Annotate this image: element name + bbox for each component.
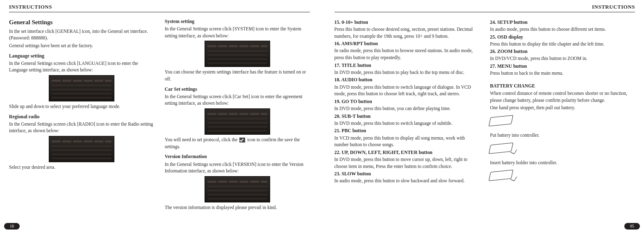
running-head-right: INSTRUCTIONS [335, 3, 635, 11]
btn-27-text: Press button to back to the main menu. [490, 70, 635, 77]
btn-21-heading: 21. PBC button [335, 127, 480, 134]
btn-20-text: In DVD mode, press this button to switch… [335, 120, 480, 127]
version-info-heading: Version Information [165, 153, 310, 160]
system-setting-after: You can choose the system settings inter… [165, 69, 310, 82]
battery-diagram-pullout [490, 114, 523, 129]
btn-26-heading: 26. ZOOM button [490, 48, 635, 55]
general-settings-title: General Settings [9, 18, 154, 27]
system-screenshot [205, 41, 270, 67]
car-set-screenshot [205, 108, 270, 135]
right-col-2: 24. SETUP button In audio mode, press th… [490, 18, 635, 187]
battery-change-text-1: When control distance of remote control … [490, 90, 635, 103]
btn-16-heading: 16. AMS/RPT button [335, 40, 480, 47]
system-setting-heading: System setting [165, 18, 310, 25]
language-setting-heading: Language setting [9, 53, 154, 60]
confirm-check-icon [239, 138, 245, 142]
running-head-left: INSTRUCTIONS [9, 3, 310, 11]
btn-22-heading: 22. UP, DOWN, LEFT, RIGHT, ENTER button [335, 149, 480, 156]
right-col-1: 15. 0-10+ button Press this button to ch… [335, 18, 480, 187]
btn-15-heading: 15. 0-10+ button [335, 19, 480, 26]
battery-change-text-4: Insert battery holder into controller. [490, 159, 635, 166]
car-set-after: You will need to set protocol, click the… [165, 136, 310, 150]
left-columns: General Settings In the set interface cl… [9, 18, 310, 212]
btn-23-heading: 23. SLOW button [335, 170, 480, 177]
battery-change-heading: BATTERY CHANGE [490, 83, 635, 90]
regional-radio-heading: Regional radio [9, 113, 154, 120]
rule-right [335, 12, 635, 12]
right-page: INSTRUCTIONS 15. 0-10+ button Press this… [322, 0, 644, 232]
language-screenshot [49, 75, 114, 101]
btn-17-text: In DVD mode, press this button to play b… [335, 69, 480, 76]
btn-24-text: In audio mode, press this button to choo… [490, 26, 635, 33]
btn-19-heading: 19. GO TO button [335, 98, 480, 105]
btn-17-heading: 17. TITLE button [335, 62, 480, 69]
page-number-left: 16 [4, 223, 20, 230]
btn-22-text: In DVD mode, press this button to move c… [335, 156, 480, 170]
regional-radio-after: Select your desired area. [9, 164, 154, 171]
left-col-1: General Settings In the set interface cl… [9, 18, 154, 212]
btn-25-heading: 25. OSD display [490, 34, 635, 41]
battery-diagram-insert [490, 168, 523, 183]
regional-radio-text: In the General Settings screen click [RA… [9, 121, 154, 134]
language-setting-after: Slide up and down to select your preferr… [9, 103, 154, 110]
btn-24-heading: 24. SETUP button [490, 19, 635, 26]
btn-15-text: Press this button to choose desired song… [335, 26, 480, 39]
battery-change-text-2: One hand press stopper, then pull out ba… [490, 104, 635, 111]
general-settings-intro-1: In the set interface click [GENERAL] ico… [9, 28, 154, 41]
battery-change-text-3: Put battery into controller. [490, 132, 635, 139]
car-set-text: In the General Settings screen click [Ca… [165, 93, 310, 107]
car-set-after-pre: You will need to set protocol, click the [165, 137, 239, 142]
system-setting-text: In the General Settings screen click [SY… [165, 25, 310, 39]
btn-21-text: In VCD mode, press this button to displa… [335, 135, 480, 148]
right-columns: 15. 0-10+ button Press this button to ch… [335, 18, 635, 187]
car-set-heading: Car Set settings [165, 86, 310, 93]
btn-20-heading: 20. SUB-T button [335, 113, 480, 120]
version-screenshot [205, 176, 270, 202]
rule-left [9, 12, 310, 12]
btn-19-text: In DVD mode, press this button, you can … [335, 105, 480, 112]
language-setting-text: In the General Settings screen click [LA… [9, 60, 154, 74]
version-info-after: The version information is displayed ple… [165, 204, 310, 211]
btn-18-text: In DVD mode, press this button to switch… [335, 84, 480, 97]
btn-18-heading: 18. AUDIO button [335, 76, 480, 83]
left-col-2: System setting In the General Settings s… [165, 18, 310, 212]
btn-25-text: Press this button to display the title c… [490, 41, 635, 48]
general-settings-intro-2: General settings have been set at the fa… [9, 42, 154, 49]
left-page: INSTRUCTIONS General Settings In the set… [0, 0, 322, 232]
btn-26-text: In DVD/VCD mode, press this button to ZO… [490, 55, 635, 62]
battery-diagram-put [490, 141, 523, 156]
version-info-text: In the General Settings screen click [VE… [165, 161, 310, 175]
radio-screenshot [49, 136, 114, 162]
btn-16-text: In radio mode, press this button to brow… [335, 47, 480, 61]
btn-23-text: In audio mode, press this button to slow… [335, 177, 480, 184]
page-number-right: 05 [624, 223, 640, 230]
btn-27-heading: 27. MENU button [490, 63, 635, 70]
